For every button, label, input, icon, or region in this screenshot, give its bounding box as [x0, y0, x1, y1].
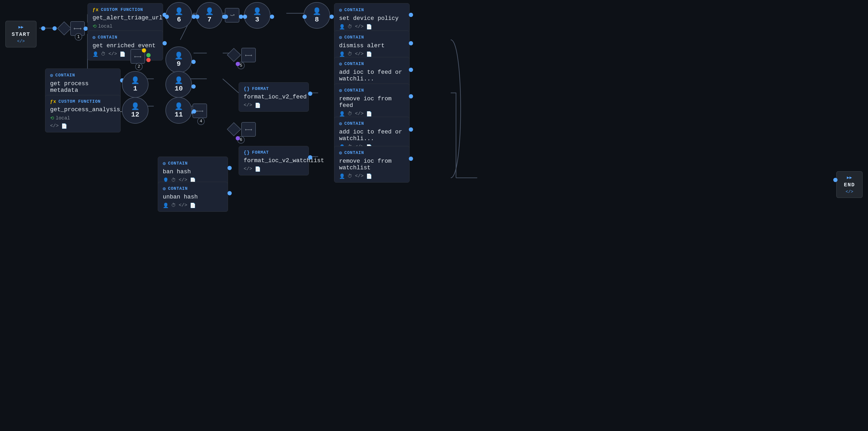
circle-8: 👤 8	[304, 2, 330, 29]
circle-6-icon: 👤	[175, 7, 183, 16]
circle-6-num: 6	[177, 16, 181, 24]
contain-unban-hash-title: unban hash	[163, 194, 223, 200]
custom-function-2-header: ƒx CUSTOM FUNCTION	[50, 99, 116, 104]
badge-1: 1	[75, 33, 82, 40]
dot-split2-num: 2	[135, 63, 143, 70]
format-feed-title: format_ioc_v2_feed	[244, 94, 304, 100]
dot-share-top	[224, 15, 228, 19]
end-icon: ▶▶	[847, 175, 852, 180]
diamond-icon-1	[57, 21, 71, 36]
svg-marker-0	[58, 22, 71, 35]
circle-12-icon: 👤	[131, 102, 140, 111]
start-code-icon: </>	[17, 39, 25, 44]
circle-8-icon: 👤	[313, 7, 321, 16]
badge-4: 4	[197, 118, 205, 125]
local-icon-2: ⟲	[50, 115, 54, 121]
contain-remove-watchlist-card[interactable]: ⊙ CONTAIN remove ioc from watchlist 👤 ⏱ …	[334, 146, 410, 182]
contain-unban-hash-icons: 👤 ⏱ </> 📄	[163, 202, 223, 208]
contain-icon-proc: ⊙	[50, 73, 53, 78]
contain-add-ioc-1-header: ⊙ CONTAIN	[339, 61, 405, 67]
contain-icon-addioc1: ⊙	[339, 61, 342, 67]
start-node[interactable]: ▶▶ START </>	[5, 21, 37, 48]
dot-device-out	[409, 13, 413, 17]
connector-dot-3	[84, 27, 88, 31]
circle-3: 👤 3	[244, 2, 271, 29]
share-node-6b: ⟵⟶	[241, 122, 256, 137]
contain-1-title: get enriched event	[93, 42, 158, 49]
dot-remwatch-out	[409, 156, 413, 161]
end-code-icon: </>	[846, 190, 854, 194]
contain-ban-hash-header: ⊙ CONTAIN	[163, 161, 223, 166]
diamond-6	[227, 122, 241, 137]
contain-dismiss-icons: 👤 ⏱ </> 📄	[339, 51, 405, 57]
circle-1-proc: 👤 1	[122, 71, 149, 98]
format-feed-card[interactable]: {} FORMAT format_ioc_v2_feed </> 📄	[239, 82, 309, 112]
format-feed-header: {} FORMAT	[244, 86, 304, 91]
dot-format-feed-out	[308, 91, 312, 96]
svg-marker-2	[227, 123, 241, 136]
circle-1-proc-icon: 👤	[131, 76, 140, 85]
dot-c10-out	[191, 84, 196, 89]
diamond-icon-6	[227, 122, 241, 137]
contain-process-header: ⊙ CONTAIN	[50, 73, 116, 78]
circle-7-icon: 👤	[205, 7, 214, 16]
dot-remfeed-out	[409, 94, 413, 98]
contain-device-card[interactable]: ⊙ CONTAIN set device policy 👤 ⏱ </> 📄	[334, 3, 410, 33]
contain-add-ioc-2-header: ⊙ CONTAIN	[339, 121, 405, 126]
contain-remove-watchlist-title: remove ioc from watchlist	[339, 158, 405, 171]
connector-dot-1	[41, 26, 45, 30]
share-node-5: ⟵⟶	[241, 48, 256, 62]
custom-function-1-title: get_alert_triage_url	[93, 15, 158, 21]
circle-6: 👤 6	[166, 2, 192, 29]
contain-unban-hash-card[interactable]: ⊙ CONTAIN unban hash 👤 ⏱ </> 📄	[158, 182, 228, 212]
dot-c7-in	[195, 15, 199, 19]
diamond-split-1	[57, 21, 71, 36]
end-node[interactable]: ▶▶ END </>	[836, 171, 863, 198]
contain-remove-feed-card[interactable]: ⊙ CONTAIN remove ioc from feed 👤 ⏱ </> 📄	[334, 84, 410, 120]
circle-10: 👤 10	[165, 71, 192, 98]
dot-addioc1-out	[409, 68, 413, 72]
contain-icon-1: ⊙	[93, 34, 96, 40]
dot-addioc2-out	[409, 127, 413, 132]
dot-dismiss-out	[409, 41, 413, 46]
circle-9-icon: 👤	[175, 52, 183, 60]
dot-green-1	[146, 53, 151, 57]
fx-icon-2: ƒx	[50, 99, 57, 104]
dot-c8-out	[330, 15, 334, 19]
diamond-5	[227, 48, 241, 62]
contain-icon-unban: ⊙	[163, 186, 166, 192]
dot-format-watch-out	[308, 155, 312, 160]
format-icon-feed: {}	[244, 86, 250, 91]
format-watchlist-header: {} FORMAT	[244, 150, 304, 155]
connector-dot-2	[53, 26, 57, 30]
fx-icon-1: ƒx	[93, 7, 99, 12]
circle-1-proc-num: 1	[133, 85, 137, 93]
format-watchlist-card[interactable]: {} FORMAT format_ioc_v2_watchlist </> 📄	[239, 146, 309, 175]
contain-dismiss-header: ⊙ CONTAIN	[339, 34, 405, 40]
contain-icon-addioc2: ⊙	[339, 121, 342, 126]
contain-add-ioc-1-title: add ioc to feed or watchli...	[339, 69, 405, 82]
dot-ban-out	[227, 166, 232, 170]
circle-11: 👤 11	[165, 97, 192, 124]
circle-12: 👤 12	[122, 97, 149, 124]
contain-dismiss-card[interactable]: ⊙ CONTAIN dismiss alert 👤 ⏱ </> 📄	[334, 30, 410, 60]
circle-9: 👤 9	[165, 47, 192, 73]
contain-icon-remwatch: ⊙	[339, 150, 342, 156]
contain-ban-hash-title: ban hash	[163, 169, 223, 175]
dot-c6-in	[165, 15, 169, 19]
contain-process-title: get process metadata	[50, 80, 116, 94]
circle-3-num: 3	[255, 16, 259, 24]
format-icon-watchlist: {}	[244, 150, 250, 155]
custom-function-2-sub: ⟲ local	[50, 115, 116, 121]
dot-split4-out	[192, 109, 196, 114]
contain-device-title: set device policy	[339, 15, 405, 22]
custom-function-2-icons: </> 📄	[50, 123, 116, 129]
custom-function-2-card[interactable]: ƒx CUSTOM FUNCTION get_process_analysis_…	[45, 95, 121, 133]
contain-remove-feed-icons: 👤 ⏱ </> 📄	[339, 111, 405, 117]
contain-1-card[interactable]: ⊙ CONTAIN get enriched event 👤 ⏱ </> 📄	[88, 30, 163, 60]
circle-9-num: 9	[177, 60, 181, 68]
contain-add-ioc-2-title: add ioc to feed or watchli...	[339, 129, 405, 142]
contain-remove-watchlist-icons: 👤 ⏱ </> 📄	[339, 173, 405, 179]
workflow-canvas: ▶▶ START </> ⟵⟶ 1 ƒx CUSTOM FUNCTION get…	[0, 0, 868, 431]
custom-function-1-header: ƒx CUSTOM FUNCTION	[93, 7, 158, 12]
